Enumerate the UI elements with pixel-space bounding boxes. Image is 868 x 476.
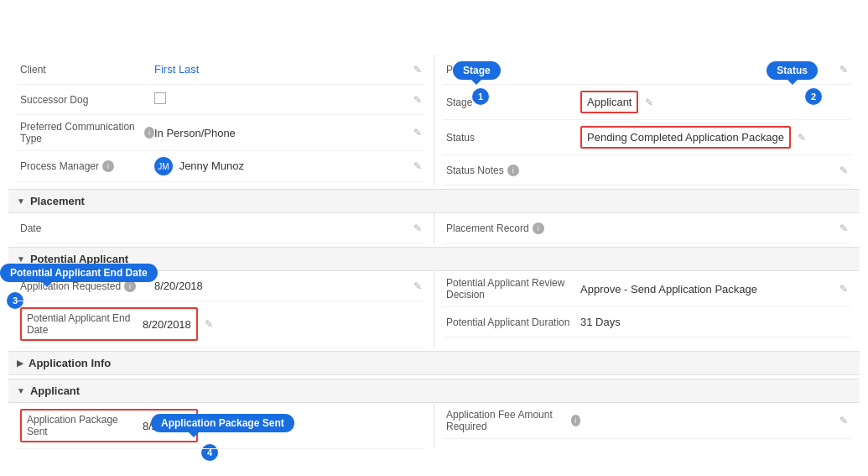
process-manager-name[interactable]: Jenny Munoz (179, 160, 244, 172)
status-tooltip: Status (767, 61, 818, 80)
app-fee-row: Application Fee Amount Required i ✎ (443, 403, 851, 439)
successor-dog-label: Successor Dog (20, 94, 154, 106)
app-requested-value: 8/20/2018 (154, 280, 407, 292)
potential-end-date-edit-icon[interactable]: ✎ (205, 318, 213, 330)
status-value: Pending Completed Application Package (587, 131, 784, 144)
potential-end-date-row: Potential Applicant End Date 8/20/2018 ✎ (17, 301, 425, 348)
process-manager-edit-icon[interactable]: ✎ (413, 160, 422, 172)
process-manager-row: Process Manager i JM Jenny Munoz ✎ (17, 151, 425, 182)
applicant-chevron: ▼ (17, 386, 25, 395)
status-notes-label: Status Notes i (446, 165, 580, 176)
duration-value: 31 Days (580, 316, 848, 328)
placement-record-label: Placement Record i (446, 222, 580, 234)
review-decision-row: Potential Applicant Review Decision Appr… (443, 271, 851, 307)
client-value[interactable]: First Last (154, 63, 407, 76)
top-form-columns: Client First Last ✎ Successor Dog ✎ Pref… (8, 55, 860, 186)
successor-dog-row: Successor Dog ✎ (17, 85, 425, 115)
status-edit-icon[interactable]: ✎ (798, 132, 806, 144)
placement-date-label: Date (20, 222, 154, 234)
page-wrapper: Stage Status Potential Applicant End Dat… (0, 55, 868, 449)
placement-left: Date ✎ (8, 213, 434, 243)
app-requested-edit-icon[interactable]: ✎ (413, 280, 422, 292)
pref-comm-row: Preferred Communication Type i In Person… (17, 115, 425, 151)
potential-applicant-left: Application Requested i 8/20/2018 ✎ Pote… (8, 271, 434, 348)
potential-applicant-columns: Application Requested i 8/20/2018 ✎ Pote… (8, 271, 860, 348)
successor-dog-value (154, 92, 407, 107)
stage-row: Stage Applicant ✎ (443, 85, 851, 120)
process-manager-label: Process Manager i (20, 160, 154, 172)
status-highlighted: Pending Completed Application Package (580, 126, 791, 149)
app-package-tooltip: Application Package Sent (151, 414, 294, 432)
applicant-columns: Application Package Sent 8/20/2018 ✎ App… (8, 403, 860, 449)
stage-edit-icon[interactable]: ✎ (645, 97, 653, 108)
review-decision-label: Potential Applicant Review Decision (446, 277, 580, 301)
app-fee-label: Application Fee Amount Required i (446, 409, 580, 432)
potential-end-date-highlighted: Potential Applicant End Date 8/20/2018 (20, 307, 198, 341)
review-decision-edit-icon[interactable]: ✎ (839, 283, 848, 295)
placement-right: Placement Record i ✎ (434, 213, 860, 243)
potential-applicant-chevron: ▼ (17, 254, 25, 264)
applicant-section-header[interactable]: ▼ Applicant (8, 379, 860, 403)
client-edit-icon[interactable]: ✎ (413, 64, 422, 76)
potential-end-date-tooltip: Potential Applicant End Date (0, 264, 158, 282)
app-fee-edit-icon[interactable]: ✎ (839, 415, 848, 426)
stage-highlighted: Applicant (580, 91, 638, 113)
placement-record-row: Placement Record i ✎ (443, 213, 851, 243)
status-notes-row: Status Notes i ✎ (443, 155, 851, 186)
applicant-right: Application Fee Amount Required i ✎ (434, 403, 860, 449)
potential-end-date-value: 8/20/2018 (143, 318, 191, 331)
client-row: Client First Last ✎ (17, 55, 425, 85)
successor-dog-edit-icon[interactable]: ✎ (413, 94, 422, 106)
app-fee-info-icon[interactable]: i (571, 415, 580, 426)
left-column: Client First Last ✎ Successor Dog ✎ Pref… (8, 55, 434, 186)
potential-applicant-right: Potential Applicant Review Decision Appr… (434, 271, 860, 348)
placement-columns: Date ✎ Placement Record i ✎ (8, 213, 860, 243)
status-row: Status Pending Completed Application Pac… (443, 120, 851, 155)
main-content: Client First Last ✎ Successor Dog ✎ Pref… (0, 55, 868, 449)
placement-chevron: ▼ (17, 196, 25, 206)
duration-label: Potential Applicant Duration (446, 316, 580, 328)
pref-comm-edit-icon[interactable]: ✎ (413, 127, 422, 139)
app-package-sent-label: Application Package Sent (27, 414, 136, 437)
potential-end-date-label: Potential Applicant End Date (27, 312, 136, 336)
app-info-section-header[interactable]: ▶ Application Info (8, 351, 860, 375)
pref-comm-label: Preferred Communication Type i (20, 121, 154, 144)
program-edit-icon[interactable]: ✎ (839, 64, 848, 76)
placement-section-title: Placement (30, 195, 85, 207)
client-label: Client (20, 64, 154, 76)
process-manager-info-icon[interactable]: i (102, 160, 114, 172)
status-notes-info-icon[interactable]: i (507, 165, 519, 176)
placement-date-edit-icon[interactable]: ✎ (413, 222, 422, 234)
applicant-section-title: Applicant (30, 384, 80, 397)
status-label: Status (446, 132, 580, 144)
stage-value: Applicant (587, 96, 632, 108)
placement-date-row: Date ✎ (17, 213, 425, 243)
status-notes-edit-icon[interactable]: ✎ (839, 165, 848, 176)
process-manager-avatar: JM (154, 157, 173, 175)
stage-label: Stage (446, 97, 580, 108)
pref-comm-info-icon[interactable]: i (144, 127, 154, 139)
successor-dog-checkbox[interactable] (154, 92, 166, 104)
placement-record-info-icon[interactable]: i (533, 222, 544, 234)
duration-row: Potential Applicant Duration 31 Days (443, 307, 851, 337)
app-info-chevron: ▶ (17, 358, 23, 368)
review-decision-value: Approve - Send Application Package (580, 283, 833, 296)
process-manager-value: JM Jenny Munoz (154, 157, 407, 175)
app-info-section-title: Application Info (29, 357, 111, 369)
placement-section-header[interactable]: ▼ Placement (8, 189, 860, 213)
pref-comm-value: In Person/Phone (154, 127, 407, 139)
stage-tooltip: Stage (453, 61, 501, 80)
placement-record-edit-icon[interactable]: ✎ (839, 222, 848, 234)
